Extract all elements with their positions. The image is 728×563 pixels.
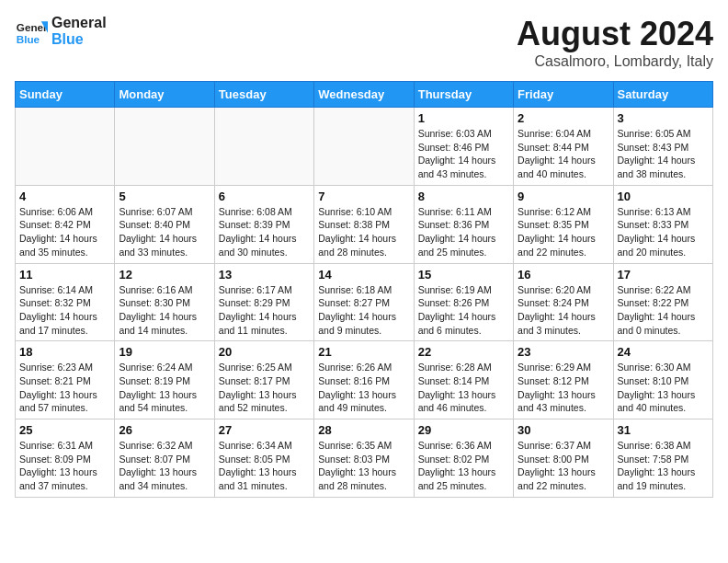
day-cell: 19Sunrise: 6:24 AM Sunset: 8:19 PM Dayli… [115,341,214,419]
day-number: 17 [618,268,709,282]
week-row-5: 25Sunrise: 6:31 AM Sunset: 8:09 PM Dayli… [16,419,713,498]
day-cell: 22Sunrise: 6:28 AM Sunset: 8:14 PM Dayli… [414,341,513,419]
day-cell: 11Sunrise: 6:14 AM Sunset: 8:32 PM Dayli… [16,263,115,341]
logo: General Blue General Blue [15,15,107,48]
day-number: 23 [518,345,609,359]
weekday-monday: Monday [115,82,214,108]
day-info: Sunrise: 6:31 AM Sunset: 8:09 PM Dayligh… [19,439,110,493]
weekday-tuesday: Tuesday [214,82,313,108]
day-number: 18 [19,345,110,359]
day-cell: 10Sunrise: 6:13 AM Sunset: 8:33 PM Dayli… [613,185,712,263]
day-number: 10 [618,190,709,203]
day-cell: 29Sunrise: 6:36 AM Sunset: 8:02 PM Dayli… [414,419,513,498]
day-cell: 14Sunrise: 6:18 AM Sunset: 8:27 PM Dayli… [314,263,414,341]
day-cell: 25Sunrise: 6:31 AM Sunset: 8:09 PM Dayli… [16,419,115,498]
day-info: Sunrise: 6:37 AM Sunset: 8:00 PM Dayligh… [518,439,609,493]
day-info: Sunrise: 6:16 AM Sunset: 8:30 PM Dayligh… [119,283,210,338]
weekday-thursday: Thursday [414,82,513,108]
day-cell: 17Sunrise: 6:22 AM Sunset: 8:22 PM Dayli… [613,263,712,341]
day-info: Sunrise: 6:36 AM Sunset: 8:02 PM Dayligh… [418,439,509,493]
day-cell [16,108,115,186]
day-info: Sunrise: 6:07 AM Sunset: 8:40 PM Dayligh… [119,205,210,259]
day-info: Sunrise: 6:38 AM Sunset: 7:58 PM Dayligh… [618,439,709,493]
day-number: 27 [219,423,310,437]
svg-text:Blue: Blue [17,33,40,45]
day-number: 9 [518,190,609,203]
day-number: 13 [219,268,310,282]
day-number: 15 [418,268,509,282]
day-cell: 5Sunrise: 6:07 AM Sunset: 8:40 PM Daylig… [115,185,214,263]
day-info: Sunrise: 6:25 AM Sunset: 8:17 PM Dayligh… [219,361,310,415]
weekday-wednesday: Wednesday [314,82,414,108]
day-cell [314,108,414,186]
day-info: Sunrise: 6:05 AM Sunset: 8:43 PM Dayligh… [618,127,709,181]
day-cell: 1Sunrise: 6:03 AM Sunset: 8:46 PM Daylig… [414,108,513,186]
day-info: Sunrise: 6:35 AM Sunset: 8:03 PM Dayligh… [318,439,409,493]
day-number: 14 [318,268,409,282]
day-cell: 12Sunrise: 6:16 AM Sunset: 8:30 PM Dayli… [115,263,214,341]
day-number: 25 [19,423,110,437]
day-info: Sunrise: 6:30 AM Sunset: 8:10 PM Dayligh… [618,361,709,415]
day-cell: 20Sunrise: 6:25 AM Sunset: 8:17 PM Dayli… [214,341,313,419]
day-number: 8 [418,190,509,203]
day-info: Sunrise: 6:24 AM Sunset: 8:19 PM Dayligh… [119,361,210,415]
week-row-1: 1Sunrise: 6:03 AM Sunset: 8:46 PM Daylig… [16,108,713,186]
day-cell: 9Sunrise: 6:12 AM Sunset: 8:35 PM Daylig… [514,185,613,263]
day-cell [115,108,214,186]
day-cell: 16Sunrise: 6:20 AM Sunset: 8:24 PM Dayli… [514,263,613,341]
day-number: 7 [318,190,409,203]
day-number: 16 [518,268,609,282]
day-number: 24 [618,345,709,359]
day-number: 3 [618,111,709,125]
day-info: Sunrise: 6:28 AM Sunset: 8:14 PM Dayligh… [418,361,509,415]
logo-line1: General [51,15,107,31]
day-info: Sunrise: 6:06 AM Sunset: 8:42 PM Dayligh… [19,205,110,259]
day-number: 2 [518,111,609,125]
day-number: 22 [418,345,509,359]
day-info: Sunrise: 6:19 AM Sunset: 8:26 PM Dayligh… [418,283,509,338]
day-info: Sunrise: 6:23 AM Sunset: 8:21 PM Dayligh… [19,361,110,415]
day-cell: 3Sunrise: 6:05 AM Sunset: 8:43 PM Daylig… [613,108,712,186]
day-cell: 4Sunrise: 6:06 AM Sunset: 8:42 PM Daylig… [16,185,115,263]
day-number: 21 [318,345,409,359]
day-cell: 21Sunrise: 6:26 AM Sunset: 8:16 PM Dayli… [314,341,414,419]
day-cell: 6Sunrise: 6:08 AM Sunset: 8:39 PM Daylig… [214,185,313,263]
title-block: August 2024 Casalmoro, Lombardy, Italy [517,15,713,70]
day-cell: 23Sunrise: 6:29 AM Sunset: 8:12 PM Dayli… [514,341,613,419]
week-row-4: 18Sunrise: 6:23 AM Sunset: 8:21 PM Dayli… [16,341,713,419]
day-number: 20 [219,345,310,359]
day-cell: 24Sunrise: 6:30 AM Sunset: 8:10 PM Dayli… [613,341,712,419]
calendar-title: August 2024 [517,15,713,53]
day-number: 5 [119,190,210,203]
logo-line2: Blue [51,31,107,48]
day-cell [214,108,313,186]
day-number: 28 [318,423,409,437]
day-cell: 26Sunrise: 6:32 AM Sunset: 8:07 PM Dayli… [115,419,214,498]
page-header: General Blue General Blue August 2024 Ca… [15,15,713,70]
logo-icon: General Blue [15,15,48,48]
day-cell: 27Sunrise: 6:34 AM Sunset: 8:05 PM Dayli… [214,419,313,498]
day-number: 19 [119,345,210,359]
day-info: Sunrise: 6:08 AM Sunset: 8:39 PM Dayligh… [219,205,310,259]
day-cell: 7Sunrise: 6:10 AM Sunset: 8:38 PM Daylig… [314,185,414,263]
calendar-subtitle: Casalmoro, Lombardy, Italy [517,53,713,70]
day-info: Sunrise: 6:11 AM Sunset: 8:36 PM Dayligh… [418,205,509,259]
weekday-sunday: Sunday [16,82,115,108]
day-cell: 15Sunrise: 6:19 AM Sunset: 8:26 PM Dayli… [414,263,513,341]
day-number: 1 [418,111,509,125]
day-cell: 18Sunrise: 6:23 AM Sunset: 8:21 PM Dayli… [16,341,115,419]
day-info: Sunrise: 6:12 AM Sunset: 8:35 PM Dayligh… [518,205,609,259]
day-info: Sunrise: 6:13 AM Sunset: 8:33 PM Dayligh… [618,205,709,259]
day-number: 30 [518,423,609,437]
calendar-table: SundayMondayTuesdayWednesdayThursdayFrid… [15,81,713,498]
day-info: Sunrise: 6:14 AM Sunset: 8:32 PM Dayligh… [19,283,110,338]
day-number: 31 [618,423,709,437]
day-cell: 30Sunrise: 6:37 AM Sunset: 8:00 PM Dayli… [514,419,613,498]
day-cell: 2Sunrise: 6:04 AM Sunset: 8:44 PM Daylig… [514,108,613,186]
week-row-3: 11Sunrise: 6:14 AM Sunset: 8:32 PM Dayli… [16,263,713,341]
day-cell: 28Sunrise: 6:35 AM Sunset: 8:03 PM Dayli… [314,419,414,498]
week-row-2: 4Sunrise: 6:06 AM Sunset: 8:42 PM Daylig… [16,185,713,263]
day-number: 26 [119,423,210,437]
day-cell: 8Sunrise: 6:11 AM Sunset: 8:36 PM Daylig… [414,185,513,263]
day-info: Sunrise: 6:03 AM Sunset: 8:46 PM Dayligh… [418,127,509,181]
